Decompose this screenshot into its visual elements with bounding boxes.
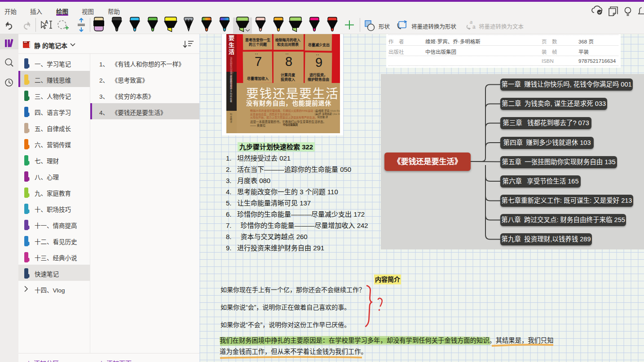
svg-text:a: a — [472, 24, 476, 30]
